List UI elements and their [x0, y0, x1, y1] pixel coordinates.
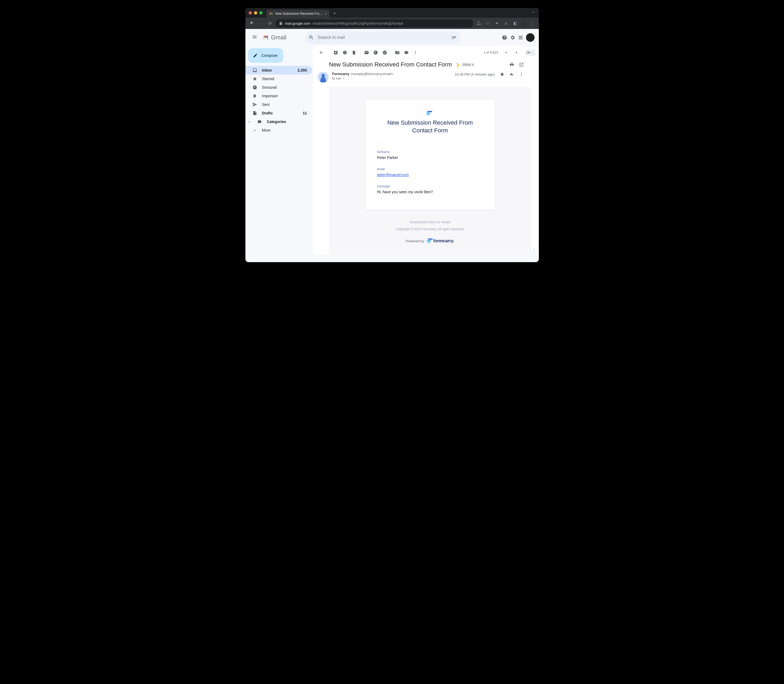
- sidebar-item-badge: 11: [303, 111, 308, 115]
- close-tab-icon[interactable]: ✕: [325, 12, 327, 15]
- delete-button[interactable]: [349, 48, 359, 57]
- unsubscribe-link[interactable]: Unsubscribe from our emails: [410, 220, 451, 224]
- extensions-icon[interactable]: ✦: [493, 21, 501, 26]
- search-input[interactable]: [318, 35, 448, 40]
- sidebar-item-label: Starred: [262, 77, 308, 81]
- field-value-link[interactable]: peter@marvel.com: [377, 173, 409, 177]
- formcarry-brand[interactable]: formcarry.: [427, 239, 454, 244]
- sidebar-item-inbox[interactable]: Inbox2,355: [245, 66, 312, 74]
- browser-window: New Submission Received Fro… ✕ + → ⟳ mai…: [245, 8, 539, 262]
- sidebar-item-sent[interactable]: Sent: [245, 100, 312, 109]
- brand-name: formcarry.: [433, 239, 454, 244]
- print-icon[interactable]: [509, 62, 514, 67]
- sidebar-item-important[interactable]: Important: [245, 92, 312, 100]
- settings-icon[interactable]: [510, 35, 515, 40]
- help-icon[interactable]: [502, 35, 507, 40]
- chevron-down-icon: [342, 77, 346, 81]
- close-window-button[interactable]: [249, 11, 252, 15]
- add-task-button[interactable]: [380, 48, 389, 57]
- nav-back-button[interactable]: [248, 20, 256, 26]
- sidebar-item-badge: 2,355: [298, 68, 308, 73]
- label-chip-inbox[interactable]: Inbox ✕: [461, 63, 475, 67]
- sidebar-item-label: Inbox: [262, 68, 293, 73]
- account-avatar[interactable]: [526, 33, 534, 42]
- star-icon[interactable]: [500, 72, 504, 77]
- to-line-text: to me: [332, 76, 341, 81]
- tabs-overflow-icon[interactable]: [531, 10, 536, 16]
- gmail-favicon-icon: [269, 11, 273, 16]
- recipients-toggle[interactable]: to me: [332, 76, 393, 81]
- mark-unread-button[interactable]: [362, 48, 371, 57]
- report-spam-button[interactable]: [340, 48, 349, 57]
- nav-reload-button[interactable]: ⟳: [266, 21, 274, 26]
- more-icon: [253, 128, 257, 133]
- gmail-logo-icon: [262, 35, 270, 40]
- side-panel-toggle[interactable]: ‹: [531, 246, 538, 253]
- lock-icon: [279, 21, 283, 26]
- email-body: New Submission Received From Contact For…: [329, 87, 531, 254]
- snooze-button[interactable]: [371, 48, 380, 57]
- move-to-button[interactable]: [393, 48, 402, 57]
- back-to-inbox-button[interactable]: [317, 48, 326, 57]
- sidebar-item-categories[interactable]: Categories: [245, 118, 312, 126]
- new-tab-button[interactable]: +: [333, 11, 336, 16]
- important-marker-icon[interactable]: ❯: [456, 62, 459, 67]
- extension-2-icon[interactable]: ≡: [502, 21, 510, 26]
- reply-icon[interactable]: [509, 72, 514, 77]
- sidebar-item-more[interactable]: More: [245, 126, 312, 135]
- field-key: fullName: [377, 150, 483, 154]
- mail-toolbar: 1 of 4,813 ⌨: [313, 46, 539, 59]
- search-options-icon[interactable]: [451, 35, 457, 40]
- subject-row: New Submission Received From Contact For…: [313, 59, 539, 70]
- bookmark-icon[interactable]: ☆: [484, 21, 492, 26]
- minimize-window-button[interactable]: [254, 11, 257, 15]
- input-tool-button[interactable]: ⌨: [525, 50, 535, 55]
- share-icon[interactable]: [475, 21, 483, 26]
- search-icon[interactable]: [309, 35, 314, 40]
- open-in-new-icon[interactable]: [519, 62, 524, 67]
- url-input[interactable]: mail.google.com/mail/u/0/#inbox/FMfcgzGq…: [275, 19, 473, 27]
- powered-by: Powered by formcarry.: [406, 239, 454, 244]
- form-field-message: messageHi, have you seen my uncle Ben?: [377, 184, 483, 194]
- sender-avatar[interactable]: [318, 72, 328, 82]
- sidebar-item-label: Sent: [262, 102, 308, 106]
- gmail-logo[interactable]: Gmail: [262, 34, 302, 41]
- next-message-button[interactable]: [512, 48, 521, 57]
- browser-tab[interactable]: New Submission Received Fro… ✕: [266, 10, 330, 18]
- sidebar-item-label: Snoozed: [262, 85, 308, 90]
- compose-button[interactable]: Compose: [248, 48, 283, 63]
- message-more-icon[interactable]: [519, 72, 524, 77]
- maximize-window-button[interactable]: [259, 11, 262, 15]
- nav-forward-button[interactable]: →: [257, 21, 265, 26]
- formcarry-logo-icon: [427, 239, 431, 244]
- apps-icon[interactable]: [518, 35, 523, 40]
- form-field-email: emailpeter@marvel.com: [377, 167, 483, 177]
- more-button[interactable]: [411, 48, 420, 57]
- sidepanel-icon[interactable]: ◧: [512, 21, 519, 26]
- chrome-menu-icon[interactable]: ⋮: [529, 21, 536, 26]
- sidebar-item-label: Important: [262, 94, 308, 98]
- sidebar-item-snoozed[interactable]: Snoozed: [245, 83, 312, 92]
- card-title: New Submission Received From Contact For…: [377, 119, 483, 134]
- profile-avatar[interactable]: [521, 20, 527, 27]
- draft-icon: [253, 111, 257, 116]
- labels-button[interactable]: [402, 48, 411, 57]
- page-counter: 1 of 4,813: [484, 51, 498, 55]
- gmail-logo-text: Gmail: [271, 34, 287, 41]
- gmail-header: Gmail: [245, 29, 539, 46]
- field-value: Peter Parker: [377, 155, 398, 160]
- prev-message-button[interactable]: [501, 48, 510, 57]
- sidebar-item-starred[interactable]: Starred: [245, 74, 312, 83]
- main-menu-button[interactable]: [248, 34, 261, 41]
- remove-label-icon[interactable]: ✕: [472, 63, 474, 66]
- form-field-fullName: fullNamePeter Parker: [377, 150, 483, 160]
- formcarry-logo-icon: [426, 111, 434, 115]
- sender-name: Formcarry: [332, 72, 349, 76]
- sidebar-item-label: Drafts: [262, 111, 298, 115]
- sidebar-item-drafts[interactable]: Drafts11: [245, 109, 312, 118]
- window-controls: [249, 11, 262, 15]
- clock-icon: [253, 85, 257, 90]
- compose-label: Compose: [261, 53, 278, 58]
- toolbar-divider: [360, 50, 361, 55]
- archive-button[interactable]: [331, 48, 340, 57]
